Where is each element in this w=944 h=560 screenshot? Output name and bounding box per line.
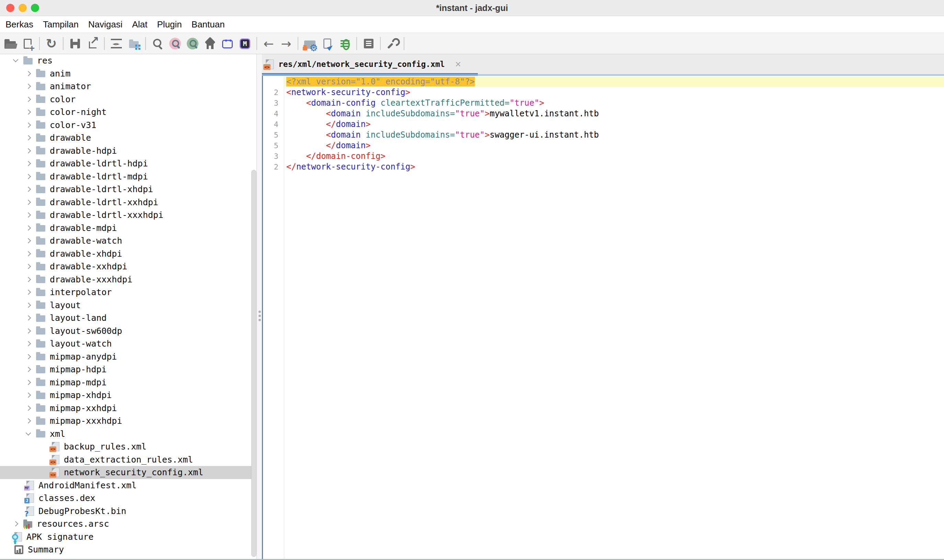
tree-item-apk-signature[interactable]: APK signature xyxy=(0,531,258,543)
tree-item-drawable-ldrtl-xxhdpi[interactable]: drawable-ldrtl-xxhdpi xyxy=(0,196,258,209)
chevron-right-icon[interactable] xyxy=(26,71,31,76)
flatten-packages-button[interactable] xyxy=(125,35,142,52)
open-file-button[interactable] xyxy=(2,35,19,52)
chevron-right-icon[interactable] xyxy=(26,328,31,334)
forward-button[interactable] xyxy=(277,35,295,52)
code-editor[interactable]: <?xml version="1.0" encoding="utf-8"?><n… xyxy=(285,77,944,559)
chevron-right-icon[interactable] xyxy=(26,392,31,398)
tree-item-drawable-xhdpi[interactable]: drawable-xhdpi xyxy=(0,248,258,260)
text-search-button[interactable] xyxy=(166,35,184,52)
tree-item-data-extraction-rules-xml[interactable]: data_extraction_rules.xml xyxy=(0,453,258,466)
tree-item-classes-dex[interactable]: classes.dex xyxy=(0,492,258,505)
export-button[interactable] xyxy=(84,35,101,52)
chevron-right-icon[interactable] xyxy=(26,418,31,424)
chevron-down-icon[interactable] xyxy=(26,430,31,436)
tree-item-drawable-hdpi[interactable]: drawable-hdpi xyxy=(0,145,258,157)
tree-item-debugprobeskt-bin[interactable]: DebugProbesKt.bin xyxy=(0,505,258,518)
tree-item-drawable-ldrtl-mdpi[interactable]: drawable-ldrtl-mdpi xyxy=(0,170,258,183)
chevron-right-icon[interactable] xyxy=(26,341,31,346)
tree-scrollbar[interactable] xyxy=(251,170,256,557)
log-viewer-button[interactable] xyxy=(360,35,377,52)
chevron-right-icon[interactable] xyxy=(26,122,31,128)
chevron-right-icon[interactable] xyxy=(26,405,31,411)
back-button[interactable] xyxy=(260,35,277,52)
tree-item-mipmap-mdpi[interactable]: mipmap-mdpi xyxy=(0,376,258,389)
panel-splitter[interactable] xyxy=(256,54,262,560)
tree-item-backup-rules-xml[interactable]: backup_rules.xml xyxy=(0,440,258,453)
chevron-right-icon[interactable] xyxy=(26,84,31,89)
chevron-right-icon[interactable] xyxy=(13,521,18,527)
tree-item-mipmap-anydpi[interactable]: mipmap-anydpi xyxy=(0,350,258,363)
tree-item-resources-arsc[interactable]: resources.arsc xyxy=(0,517,258,531)
home-button[interactable] xyxy=(201,35,219,52)
tree-item-network-security-config-xml[interactable]: network_security_config.xml xyxy=(0,466,258,479)
chevron-right-icon[interactable] xyxy=(26,212,31,218)
menu-item-navigasi[interactable]: Navigasi xyxy=(83,19,127,30)
tree-item-color-night[interactable]: color-night xyxy=(0,106,258,119)
chevron-right-icon[interactable] xyxy=(26,187,31,192)
menu-item-plugin[interactable]: Plugin xyxy=(152,19,187,30)
search-button[interactable] xyxy=(149,35,166,52)
tree-item-xml[interactable]: xml xyxy=(0,428,258,441)
tree-item-summary[interactable]: Summary xyxy=(0,543,258,556)
tree-item-androidmanifest-xml[interactable]: AndroidManifest.xml xyxy=(0,479,258,492)
tree-item-drawable-xxxhdpi[interactable]: drawable-xxxhdpi xyxy=(0,273,258,286)
chevron-right-icon[interactable] xyxy=(26,277,31,282)
tree-item-layout-land[interactable]: layout-land xyxy=(0,312,258,325)
sync-button[interactable] xyxy=(108,35,125,52)
chevron-right-icon[interactable] xyxy=(26,97,31,102)
device-button[interactable] xyxy=(319,35,336,52)
chevron-right-icon[interactable] xyxy=(26,148,31,153)
tree-item-drawable-xxhdpi[interactable]: drawable-xxhdpi xyxy=(0,260,258,273)
chevron-right-icon[interactable] xyxy=(26,109,31,115)
chevron-right-icon[interactable] xyxy=(26,251,31,256)
tree-item-layout-sw600dp[interactable]: layout-sw600dp xyxy=(0,325,258,338)
tree-item-anim[interactable]: anim xyxy=(0,67,258,80)
tree-item-drawable[interactable]: drawable xyxy=(0,131,258,145)
tree-item-mipmap-xxxhdpi[interactable]: mipmap-xxxhdpi xyxy=(0,414,258,428)
chevron-right-icon[interactable] xyxy=(26,225,31,231)
debugger-button[interactable] xyxy=(336,35,354,52)
menu-item-tampilan[interactable]: Tampilan xyxy=(38,19,83,30)
m-badge-button[interactable] xyxy=(236,35,254,52)
menu-item-bantuan[interactable]: Bantuan xyxy=(187,19,229,30)
tree-item-drawable-ldrtl-hdpi[interactable]: drawable-ldrtl-hdpi xyxy=(0,157,258,170)
add-files-button[interactable] xyxy=(19,35,36,52)
tree-item-layout[interactable]: layout xyxy=(0,299,258,312)
tree-item-res[interactable]: res xyxy=(0,54,258,67)
chevron-right-icon[interactable] xyxy=(26,302,31,308)
menu-item-berkas[interactable]: Berkas xyxy=(1,19,38,30)
reload-button[interactable] xyxy=(43,35,60,52)
chevron-right-icon[interactable] xyxy=(26,380,31,385)
tree-item-mipmap-hdpi[interactable]: mipmap-hdpi xyxy=(0,363,258,376)
class-search-button[interactable] xyxy=(184,35,201,52)
chevron-down-icon[interactable] xyxy=(13,57,18,62)
tree-item-color-v31[interactable]: color-v31 xyxy=(0,119,258,132)
code-area[interactable]: 23445532 <?xml version="1.0" encoding="u… xyxy=(262,76,944,559)
chevron-right-icon[interactable] xyxy=(26,174,31,179)
chevron-right-icon[interactable] xyxy=(26,161,31,166)
tree-item-mipmap-xhdpi[interactable]: mipmap-xhdpi xyxy=(0,389,258,402)
chevron-right-icon[interactable] xyxy=(26,354,31,359)
tree-item-drawable-watch[interactable]: drawable-watch xyxy=(0,234,258,248)
tree-item-drawable-mdpi[interactable]: drawable-mdpi xyxy=(0,222,258,235)
chevron-right-icon[interactable] xyxy=(26,315,31,321)
tree-item-drawable-ldrtl-xxxhdpi[interactable]: drawable-ldrtl-xxxhdpi xyxy=(0,209,258,222)
tree-item-mipmap-xxhdpi[interactable]: mipmap-xxhdpi xyxy=(0,402,258,415)
tree-item-animator[interactable]: animator xyxy=(0,80,258,93)
chevron-right-icon[interactable] xyxy=(26,199,31,205)
menu-item-alat[interactable]: Alat xyxy=(127,19,152,30)
close-tab-icon[interactable]: × xyxy=(455,59,461,69)
tree-item-color[interactable]: color xyxy=(0,93,258,106)
chevron-right-icon[interactable] xyxy=(26,264,31,269)
tab-network-security-config[interactable]: res/xml/network_security_config.xml × xyxy=(262,54,478,74)
tree-item-drawable-ldrtl-xhdpi[interactable]: drawable-ldrtl-xhdpi xyxy=(0,183,258,196)
chevron-right-icon[interactable] xyxy=(26,238,31,244)
window-button[interactable] xyxy=(219,35,236,52)
tree-item-interpolator[interactable]: interpolator xyxy=(0,286,258,299)
chevron-right-icon[interactable] xyxy=(26,289,31,295)
chevron-right-icon[interactable] xyxy=(26,135,31,141)
deobfuscation-button[interactable] xyxy=(301,35,319,52)
chevron-right-icon[interactable] xyxy=(26,367,31,372)
save-all-button[interactable] xyxy=(66,35,84,52)
